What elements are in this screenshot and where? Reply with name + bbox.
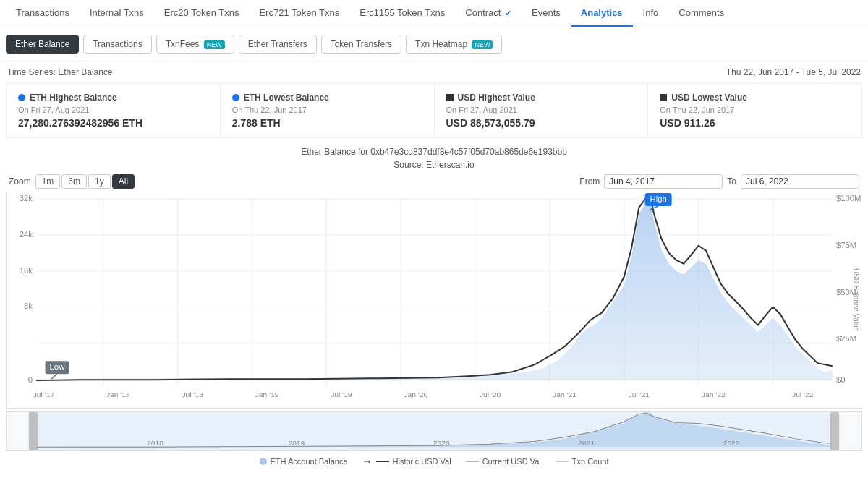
new-badge: NEW [204, 40, 225, 49]
stat-eth-highest: ETH Highest Balance On Fri 27, Aug 2021 … [7, 84, 221, 137]
legend-lgray-line-icon [556, 461, 569, 462]
dot-black-icon [446, 94, 454, 101]
svg-text:2020: 2020 [433, 440, 450, 448]
svg-text:Jul '21: Jul '21 [629, 390, 650, 398]
sub-navigation: Ether Balance Transactions TxnFees NEW E… [0, 27, 868, 61]
zoom-all[interactable]: All [112, 174, 135, 189]
subnav-txn-heatmap[interactable]: Txn Heatmap NEW [406, 35, 502, 54]
nav-info[interactable]: Info [633, 0, 669, 27]
stat-eth-lowest-title: ETH Lowest Balance [244, 93, 329, 103]
subnav-ether-balance[interactable]: Ether Balance [6, 35, 79, 54]
subnav-token-transfers[interactable]: Token Transfers [321, 35, 401, 54]
chart-controls: Zoom 1m 6m 1y All From To [6, 174, 862, 189]
legend-dot-blue-icon [260, 458, 267, 465]
svg-text:Jan '22: Jan '22 [702, 390, 726, 398]
to-label: To [727, 176, 736, 187]
svg-rect-47 [830, 412, 839, 450]
nav-erc20[interactable]: Erc20 Token Txns [154, 0, 250, 27]
subnav-txnfees[interactable]: TxnFees NEW [156, 35, 234, 54]
dot-blue-icon-2 [232, 94, 239, 101]
stat-eth-highest-title: ETH Highest Balance [30, 93, 117, 103]
svg-text:High: High [650, 195, 667, 203]
legend-arrow-icon: → [362, 456, 373, 467]
legend-eth-balance: ETH Account Balance [260, 456, 348, 467]
svg-text:8k: 8k [24, 302, 33, 311]
svg-text:$0: $0 [836, 375, 846, 384]
subnav-transactions[interactable]: Transactions [83, 35, 151, 54]
dot-black-icon-2 [660, 94, 667, 101]
svg-text:Jan '19: Jan '19 [255, 390, 279, 398]
from-label: From [579, 176, 600, 187]
timeseries-header: Time Series: Ether Balance Thu 22, Jun 2… [0, 61, 868, 83]
svg-text:2022: 2022 [723, 440, 740, 448]
stat-eth-lowest: ETH Lowest Balance On Thu 22, Jun 2017 2… [221, 84, 435, 137]
svg-text:USD Balance Value: USD Balance Value [852, 268, 860, 332]
svg-text:2019: 2019 [288, 440, 305, 448]
zoom-label: Zoom [9, 176, 31, 187]
legend-black-line-icon [376, 461, 389, 462]
svg-text:Jan '20: Jan '20 [404, 390, 427, 398]
svg-text:Jul '20: Jul '20 [480, 390, 501, 398]
svg-line-42 [51, 374, 57, 379]
stat-eth-lowest-value: 2.788 ETH [232, 117, 422, 129]
mini-chart-svg[interactable]: 2018 2019 2020 2021 2022 [6, 411, 862, 451]
svg-text:32k: 32k [20, 194, 33, 202]
svg-text:Jul '18: Jul '18 [182, 390, 203, 398]
nav-erc1155[interactable]: Erc1155 Token Txns [349, 0, 455, 27]
svg-text:2021: 2021 [578, 440, 595, 448]
subnav-ether-transfers[interactable]: Ether Transfers [239, 35, 317, 54]
zoom-1y[interactable]: 1y [88, 174, 111, 189]
nav-internal-txns[interactable]: Internal Txns [80, 0, 154, 27]
legend-historic-label: Historic USD Val [393, 457, 451, 466]
stat-eth-highest-value: 27,280.276392482956 ETH [18, 117, 208, 129]
zoom-1m[interactable]: 1m [35, 174, 61, 189]
stat-usd-lowest-title: USD Lowest Value [671, 93, 747, 103]
nav-comments[interactable]: Comments [668, 0, 734, 27]
stat-usd-lowest: USD Lowest Value On Thu 22, Jun 2017 USD… [648, 84, 861, 137]
timeseries-label: Time Series: Ether Balance [7, 67, 113, 77]
chart-container: Ether Balance for 0xb47e3cd837ddf8e4c57f… [6, 145, 862, 470]
nav-contract[interactable]: Contract ✔ [455, 0, 522, 27]
svg-text:Jan '21: Jan '21 [553, 390, 576, 398]
nav-erc721[interactable]: Erc721 Token Txns [249, 0, 349, 27]
svg-text:$100M: $100M [836, 194, 861, 202]
nav-analytics[interactable]: Analytics [571, 0, 633, 27]
svg-text:Jan '18: Jan '18 [106, 390, 130, 398]
svg-text:0: 0 [28, 375, 33, 384]
legend-current-label: Current USD Val [482, 457, 541, 466]
to-date-input[interactable] [741, 174, 859, 189]
svg-text:Low: Low [50, 362, 66, 371]
stat-eth-lowest-date: On Thu 22, Jun 2017 [232, 106, 422, 114]
nav-events[interactable]: Events [522, 0, 571, 27]
new-badge-2: NEW [472, 40, 493, 49]
stat-usd-highest: USD Highest Value On Fri 27, Aug 2021 US… [435, 84, 649, 137]
from-date-input[interactable] [604, 174, 723, 189]
stat-usd-highest-title: USD Highest Value [458, 93, 535, 103]
main-chart-svg[interactable]: 32k 24k 16k 8k 0 $100M $75M $50M $25M $0… [6, 192, 862, 409]
stat-usd-lowest-date: On Thu 22, Jun 2017 [660, 106, 850, 114]
svg-text:Jul '17: Jul '17 [33, 390, 55, 398]
verified-icon: ✔ [505, 9, 511, 17]
chart-title: Ether Balance for 0xb47e3cd837ddf8e4c57f… [6, 145, 862, 171]
svg-text:Jul '19: Jul '19 [331, 390, 352, 398]
stat-eth-highest-date: On Fri 27, Aug 2021 [18, 106, 208, 114]
svg-text:Jul '22: Jul '22 [792, 390, 814, 398]
svg-rect-46 [29, 412, 38, 450]
stat-usd-highest-date: On Fri 27, Aug 2021 [446, 106, 637, 114]
legend-txn-label: Txn Count [572, 457, 609, 466]
top-navigation: Transactions Internal Txns Erc20 Token T… [0, 0, 868, 27]
zoom-6m[interactable]: 6m [61, 174, 87, 189]
nav-transactions[interactable]: Transactions [6, 0, 80, 27]
chart-legend: ETH Account Balance → Historic USD Val C… [6, 451, 862, 470]
timeseries-daterange: Thu 22, Jun 2017 - Tue 5, Jul 2022 [726, 67, 861, 77]
date-range-controls: From To [579, 174, 859, 189]
svg-text:16k: 16k [20, 266, 33, 275]
svg-text:$75M: $75M [836, 241, 856, 249]
stat-usd-lowest-value: USD 911.26 [660, 117, 850, 129]
stats-row: ETH Highest Balance On Fri 27, Aug 2021 … [6, 83, 862, 138]
main-chart-wrap: 32k 24k 16k 8k 0 $100M $75M $50M $25M $0… [6, 192, 862, 451]
stat-usd-highest-value: USD 88,573,055.79 [446, 117, 637, 129]
svg-text:24k: 24k [20, 230, 33, 239]
legend-gray-line-icon [466, 461, 479, 462]
svg-text:2018: 2018 [147, 440, 163, 448]
